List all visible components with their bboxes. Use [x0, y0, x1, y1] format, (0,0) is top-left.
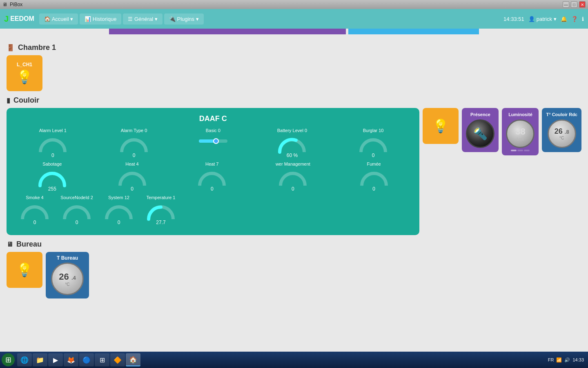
chambre1-icon: 🚪 [7, 44, 15, 52]
daaf-row-1: Alarm Level 1 0 Alarm Type 0 0 [13, 128, 413, 158]
luminosite-circle: 38 Lux [506, 119, 535, 148]
gauge-system12-svg [102, 201, 135, 221]
nav-plugins[interactable]: 🔌 Plugins ▾ [164, 13, 204, 25]
l-ch1-label: L_CH1 [17, 62, 32, 67]
temp-couloir-label: T° Couloir Rdc [546, 112, 577, 117]
temp-couloir-unit: °C [559, 136, 564, 140]
widget-presence[interactable]: Présence 🔦 [462, 108, 499, 152]
close-button[interactable]: ✕ [579, 1, 586, 8]
widget-luminosite[interactable]: Luminosité 38 Lux [502, 108, 539, 155]
gauge-alarm-type-svg [118, 134, 150, 154]
gauge-heat4: Heat 4 0 [116, 162, 149, 192]
top-bar-purple [109, 29, 346, 34]
gauge-system12: System 12 0 [100, 195, 137, 225]
section-chambre1: 🚪 Chambre 1 [7, 43, 581, 52]
brand[interactable]: J EEDOM [4, 14, 34, 24]
top-bar-blue [348, 29, 479, 34]
nav-help-icon[interactable]: ❓ [571, 16, 578, 22]
gauge-fumee-svg [358, 167, 390, 188]
taskbar-ie[interactable]: 🌐 [17, 353, 32, 365]
gauge-burglar-svg [357, 134, 390, 154]
couloir-widgets: DAAF C Alarm Level 1 0 Alarm Type 0 [7, 108, 581, 235]
gauge-alarm-level: Alarm Level 1 0 [36, 128, 69, 158]
gauge-battery: Battery Level 0 60 % [276, 128, 308, 158]
gauge-power-mgmt-svg [276, 167, 309, 188]
navbar: J EEDOM 🏠 Accueil ▾ 📊 Historique ☰ Génér… [0, 9, 588, 29]
maximize-button[interactable]: □ [571, 1, 577, 8]
gauge-temperature1-svg [145, 201, 177, 221]
daaf-title: DAAF C [13, 114, 413, 123]
bureau-widgets: 💡 T Bureau 26 .4 °C [7, 252, 581, 298]
nav-alert-icon[interactable]: 🔔 [561, 16, 567, 22]
gauge-fumee: Fumée 0 [358, 162, 390, 192]
nav-historique[interactable]: 📊 Historique [80, 13, 121, 25]
basic-slider-track[interactable] [199, 139, 227, 143]
gauge-temperature1: Temperature 1 27.7 [140, 195, 181, 225]
luminosite-unit: Lux [517, 137, 524, 141]
taskbar-folder[interactable]: 📁 [33, 353, 47, 365]
taskbar-volume-icon: 🔊 [564, 357, 570, 363]
start-button[interactable]: ⊞ [2, 353, 15, 365]
brand-icon: J [4, 14, 9, 24]
nav-general[interactable]: ☰ Général ▾ [123, 13, 162, 25]
titlebar: 🖥 PiBox — □ ✕ [0, 0, 588, 9]
taskbar-jeedom[interactable]: 🏠 [126, 353, 140, 365]
couloir-icon: ▮ [7, 96, 10, 104]
bureau-icon: 🖥 [7, 241, 13, 248]
minimize-button[interactable]: — [563, 1, 569, 8]
gauge-sourcenodeid-svg [60, 201, 93, 221]
taskbar-time: 14:33 [572, 357, 584, 362]
l-bureau-icon: 💡 [16, 262, 33, 278]
section-couloir: ▮ Couloir [7, 96, 581, 105]
main-content: 🚪 Chambre 1 L_CH1 💡 ▮ Couloir DAAF C Ala… [0, 34, 588, 356]
daaf-row-3: Smoke 4 0 SourceNodeId 2 0 [13, 195, 413, 225]
chambre1-widgets: L_CH1 💡 [7, 55, 581, 91]
section-bureau: 🖥 Bureau [7, 240, 581, 249]
presence-label: Présence [470, 112, 490, 117]
luminosite-label: Luminosité [508, 112, 532, 117]
chambre1-label: Chambre 1 [18, 43, 56, 52]
taskbar-network-icon: 📶 [556, 357, 562, 363]
brand-label: EEDOM [10, 15, 34, 22]
gauge-power-mgmt: wer Management 0 [276, 162, 310, 192]
luminosite-val: 38 [515, 126, 525, 137]
gauge-heat4-svg [116, 167, 149, 188]
gauge-burglar: Burglar 10 0 [357, 128, 390, 158]
taskbar-chrome[interactable]: 🔵 [79, 353, 94, 365]
widget-l-bureau[interactable]: 💡 [7, 252, 42, 288]
nav-info-icon[interactable]: ℹ [582, 16, 584, 22]
gauge-smoke4: Smoke 4 0 [16, 195, 53, 225]
temp-couloir-val: 26 .8 [555, 127, 569, 136]
gauge-battery-svg [276, 134, 308, 154]
taskbar: ⊞ 🌐 📁 ▶ 🦊 🔵 ⊞ 🔶 🏠 FR 📶 🔊 14:33 [0, 352, 588, 365]
gauge-heat7: Heat 7 0 [196, 162, 228, 192]
t-bureau-val: 26 .4 [59, 272, 76, 282]
l-ch1-icon: 💡 [16, 69, 33, 85]
gauge-sourcenodeid: SourceNodeId 2 0 [56, 195, 97, 225]
taskbar-app1[interactable]: 🔶 [110, 353, 125, 365]
taskbar-media[interactable]: ▶ [48, 353, 63, 365]
nav-user[interactable]: 👤 patrick ▾ [528, 16, 557, 22]
t-bureau-unit: °C [65, 282, 69, 287]
taskbar-locale: FR [548, 357, 554, 362]
light-couloir-icon: 💡 [432, 118, 449, 134]
window-title: PiBox [10, 2, 22, 7]
daaf-panel: DAAF C Alarm Level 1 0 Alarm Type 0 [7, 108, 419, 235]
widget-t-bureau[interactable]: T Bureau 26 .4 °C [46, 252, 89, 298]
temp-couloir-circle: 26 .8 °C [548, 119, 576, 148]
t-bureau-label: T Bureau [57, 255, 78, 261]
taskbar-grid[interactable]: ⊞ [95, 353, 109, 365]
widget-l-ch1[interactable]: L_CH1 💡 [7, 55, 42, 91]
daaf-row-2: Sabotage 255 Heat 4 0 [13, 162, 413, 192]
nav-accueil[interactable]: 🏠 Accueil ▾ [39, 13, 78, 25]
t-bureau-circle: 26 .4 °C [51, 263, 84, 295]
gauge-sabotage: Sabotage 255 [36, 162, 69, 192]
gauge-sabotage-svg [36, 167, 69, 188]
presence-circle: 🔦 [466, 119, 494, 148]
gauge-heat7-svg [196, 167, 228, 188]
widget-light-couloir[interactable]: 💡 [423, 108, 459, 144]
taskbar-firefox[interactable]: 🦊 [64, 353, 78, 365]
gauge-smoke4-svg [18, 201, 51, 221]
gauge-alarm-type: Alarm Type 0 0 [118, 128, 150, 158]
widget-temp-couloir[interactable]: T° Couloir Rdc 26 .8 °C [542, 108, 581, 152]
